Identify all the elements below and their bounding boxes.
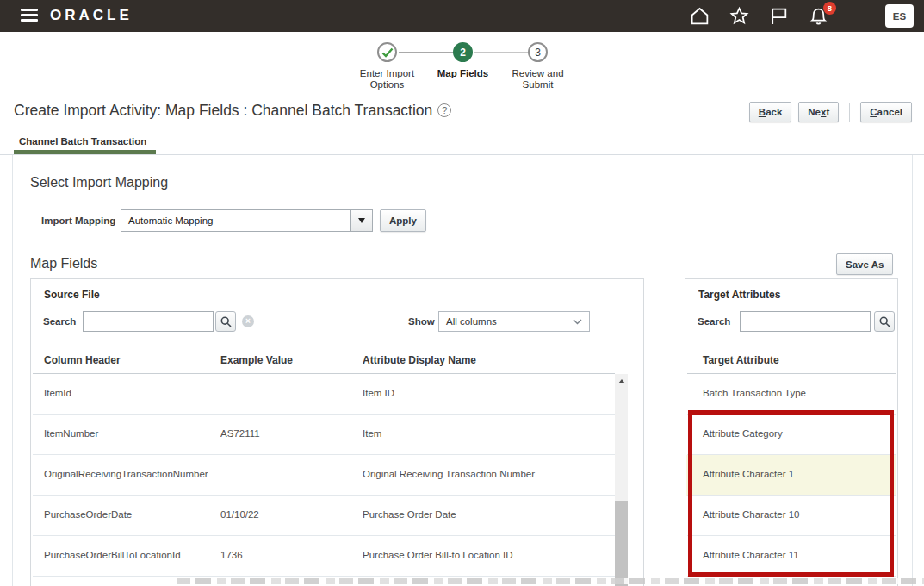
oracle-logo: ORACLE: [50, 7, 133, 24]
step-upcoming-circle: 3: [528, 42, 548, 62]
table-row[interactable]: ItemNumber AS72111 Item: [31, 415, 615, 455]
user-avatar[interactable]: ES: [885, 4, 914, 28]
cell-column-header: PurchaseOrderDate: [44, 509, 132, 520]
apply-button[interactable]: Apply: [380, 209, 426, 232]
cell-attribute-display-name: Purchase Order Date: [363, 509, 456, 520]
dropdown-arrow-icon[interactable]: [350, 209, 373, 232]
cell-attribute-display-name: Original Receiving Transaction Number: [363, 469, 535, 479]
target-row[interactable]: Batch Transaction Type: [703, 388, 806, 398]
example-value-col[interactable]: Example Value: [220, 354, 293, 366]
attribute-display-name-col[interactable]: Attribute Display Name: [363, 354, 476, 366]
save-as-button[interactable]: Save As: [836, 253, 893, 275]
top-app-bar: ORACLE 8 ES: [0, 0, 924, 32]
notification-badge: 8: [823, 2, 836, 15]
select-import-mapping-heading: Select Import Mapping: [30, 175, 168, 190]
vertical-scrollbar[interactable]: [615, 374, 628, 586]
cell-attribute-display-name: Item ID: [363, 388, 394, 398]
back-button[interactable]: Back: [749, 102, 792, 122]
panel-rule: [685, 346, 897, 346]
home-icon[interactable]: [689, 5, 710, 27]
cell-example-value: 01/10/22: [220, 509, 259, 520]
progress-stepper: Enter Import Options 2 Map Fields 3 Revi…: [377, 42, 558, 94]
map-fields-heading: Map Fields: [30, 256, 97, 271]
target-attribute-col[interactable]: Target Attribute: [703, 354, 779, 366]
target-search-label: Search: [698, 316, 730, 327]
panel-rule: [31, 346, 643, 346]
table-header-rule: [687, 373, 896, 374]
table-row[interactable]: PurchaseOrderBillToLocationId 1736 Purch…: [31, 536, 615, 577]
step-map-fields[interactable]: 2 Map Fields: [453, 42, 473, 62]
search-icon: [220, 316, 232, 327]
chevron-down-icon: [573, 319, 582, 325]
cancel-button[interactable]: Cancel: [860, 102, 912, 122]
red-highlight-annotation: [688, 410, 894, 577]
row-separator: [33, 576, 615, 577]
step-enter-import-options[interactable]: Enter Import Options: [377, 42, 397, 62]
cell-column-header: OriginalReceivingTransactionNumber: [44, 469, 208, 479]
table-row[interactable]: ItemId Item ID: [31, 374, 615, 415]
cell-example-value: AS72111: [220, 428, 260, 439]
import-mapping-value: Automatic Mapping: [121, 209, 350, 232]
cell-attribute-display-name: Purchase Order Bill-to Location ID: [363, 550, 513, 560]
cell-column-header: ItemId: [44, 388, 71, 398]
hamburger-menu-icon[interactable]: [21, 9, 38, 22]
stepper-connector: [399, 52, 453, 53]
import-mapping-dropdown[interactable]: Automatic Mapping: [121, 209, 373, 232]
source-file-panel: Source File Search × Show All columns Co…: [30, 278, 644, 586]
show-dropdown-value: All columns: [446, 316, 497, 327]
table-row[interactable]: OriginalReceivingTransactionNumber Origi…: [31, 455, 615, 496]
button-separator: [849, 103, 850, 122]
help-icon[interactable]: ?: [437, 103, 451, 117]
step-current-circle: 2: [453, 42, 473, 62]
favorites-star-icon[interactable]: [729, 5, 750, 27]
target-attributes-title: Target Attributes: [698, 289, 780, 301]
source-file-title: Source File: [44, 289, 100, 301]
tab-channel-batch-transaction[interactable]: Channel Batch Transaction: [19, 136, 146, 146]
source-search-label: Search: [43, 316, 76, 327]
check-icon: [381, 47, 394, 58]
source-search-input[interactable]: [83, 311, 214, 332]
stepper-connector: [474, 52, 528, 53]
target-search-input[interactable]: [740, 311, 871, 332]
column-header-col[interactable]: Column Header: [44, 354, 121, 366]
source-search-button[interactable]: [215, 311, 236, 332]
page-title: Create Import Activity: Map Fields : Cha…: [14, 102, 451, 120]
search-icon: [879, 316, 890, 327]
next-button[interactable]: Next: [798, 102, 839, 122]
table-row[interactable]: PurchaseOrderDate 01/10/22 Purchase Orde…: [31, 496, 615, 536]
cell-attribute-display-name: Item: [363, 428, 381, 439]
scrollbar-up-arrow[interactable]: [618, 379, 625, 383]
import-mapping-label: Import Mapping: [41, 215, 115, 226]
cell-column-header: PurchaseOrderBillToLocationId: [44, 550, 181, 560]
show-label: Show: [408, 316, 434, 327]
target-search-button[interactable]: [874, 311, 895, 332]
clipped-text-artifact: [177, 578, 924, 584]
clear-search-icon[interactable]: ×: [242, 315, 254, 327]
cell-column-header: ItemNumber: [44, 428, 98, 439]
step-review-and-submit[interactable]: 3 Review and Submit: [528, 42, 548, 62]
scrollbar-thumb[interactable]: [615, 501, 628, 586]
step-complete-circle: [377, 42, 397, 62]
cell-example-value: 1736: [220, 550, 243, 560]
notifications-bell-icon[interactable]: 8: [808, 5, 829, 27]
header-actions: Back Next Cancel: [749, 102, 912, 122]
flag-icon[interactable]: [768, 5, 790, 27]
show-dropdown[interactable]: All columns: [438, 311, 590, 332]
